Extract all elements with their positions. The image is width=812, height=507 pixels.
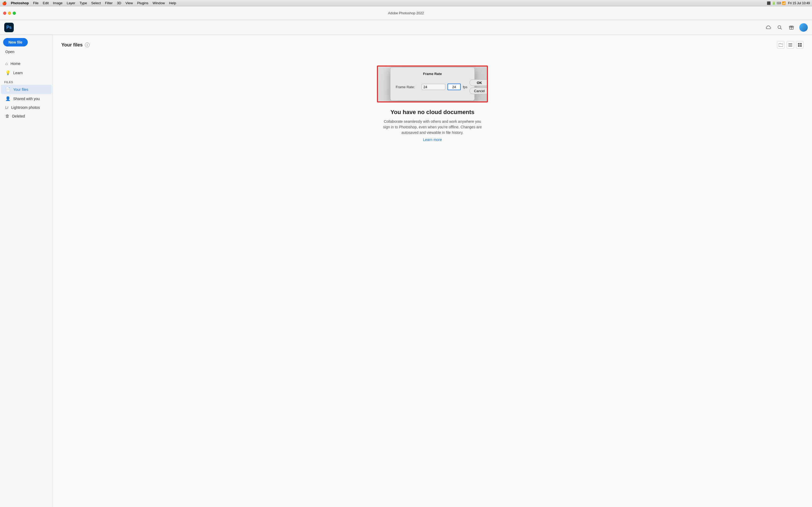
dialog-title: Frame Rate	[396, 72, 469, 76]
apple-menu[interactable]: 🍎	[2, 1, 7, 5]
shared-icon: 👤	[5, 96, 11, 101]
menu-window[interactable]: Window	[153, 1, 165, 5]
maximize-button[interactable]	[13, 12, 16, 15]
toolbar-right	[764, 23, 808, 32]
svg-rect-6	[789, 45, 792, 45]
window-titlebar: Adobe Photoshop 2022	[0, 6, 812, 20]
page-title: Your files	[61, 42, 83, 48]
svg-rect-5	[789, 43, 792, 44]
sidebar-item-lightroom-label: Lightroom photos	[11, 105, 40, 110]
menu-filter[interactable]: Filter	[105, 1, 113, 5]
traffic-lights	[3, 12, 16, 15]
content-header: Your files i	[61, 41, 804, 49]
dialog-content-row: Frame Rate: 24 25 30 50 60 fps OK Canc	[396, 79, 469, 94]
sidebar-item-deleted[interactable]: 🗑 Deleted	[1, 112, 52, 121]
frame-rate-label: Frame Rate:	[396, 85, 419, 89]
svg-rect-10	[798, 45, 800, 47]
app-layout: New file Open ⌂ Home 💡 Learn FILES 📄 You…	[0, 35, 812, 507]
window-title: Adobe Photoshop 2022	[388, 11, 424, 15]
ps-logo: Ps	[4, 23, 14, 32]
menubar-right: ⬛ 🔋 ⌨ 📶 Fri 15 Jul 10:49	[767, 1, 810, 5]
menu-help[interactable]: Help	[169, 1, 176, 5]
folder-view-button[interactable]	[777, 41, 784, 49]
main-content: Your files i	[53, 35, 812, 507]
sidebar-item-deleted-label: Deleted	[12, 114, 25, 118]
sidebar-item-lightroom[interactable]: Lr Lightroom photos	[1, 103, 52, 112]
frame-rate-dialog: Frame Rate Frame Rate: 24 25 30 50 60 fp…	[390, 67, 475, 101]
info-icon[interactable]: i	[85, 43, 90, 47]
mac-menubar: 🍎 Photoshop File Edit Image Layer Type S…	[0, 0, 812, 6]
sidebar-item-learn[interactable]: 💡 Learn	[1, 68, 52, 77]
sidebar-item-your-files[interactable]: 📄 Your files	[1, 85, 52, 94]
menubar-icons: ⬛ 🔋 ⌨ 📶	[767, 1, 786, 5]
sidebar: New file Open ⌂ Home 💡 Learn FILES 📄 You…	[0, 35, 53, 507]
svg-rect-8	[798, 43, 800, 45]
sidebar-item-learn-label: Learn	[13, 71, 23, 75]
menu-select[interactable]: Select	[91, 1, 101, 5]
ok-button[interactable]: OK	[469, 79, 488, 86]
learn-more-link[interactable]: Learn more	[423, 137, 442, 142]
open-button[interactable]: Open	[3, 49, 16, 55]
dialog-container: Frame Rate Frame Rate: 24 25 30 50 60 fp…	[377, 65, 488, 103]
svg-rect-9	[800, 43, 802, 45]
empty-state-description: Collaborate seamlessly with others and w…	[382, 119, 483, 135]
grid-view-button[interactable]	[796, 41, 804, 49]
sidebar-item-shared-label: Shared with you	[13, 97, 40, 101]
frame-rate-unit: fps	[463, 85, 467, 89]
content-title-group: Your files i	[61, 42, 90, 48]
svg-line-1	[780, 28, 782, 29]
empty-state-title: You have no cloud documents	[391, 109, 474, 116]
your-files-icon: 📄	[5, 87, 11, 92]
menu-plugins[interactable]: Plugins	[137, 1, 149, 5]
minimize-button[interactable]	[8, 12, 11, 15]
learn-icon: 💡	[5, 70, 11, 75]
gift-icon[interactable]	[788, 24, 795, 31]
deleted-icon: 🗑	[5, 114, 9, 119]
close-button[interactable]	[3, 12, 6, 15]
app-menu-photoshop[interactable]: Photoshop	[11, 1, 29, 5]
sidebar-item-shared[interactable]: 👤 Shared with you	[1, 94, 52, 103]
user-avatar[interactable]	[799, 23, 808, 32]
menu-file[interactable]: File	[33, 1, 39, 5]
home-icon: ⌂	[5, 61, 8, 66]
view-controls	[777, 41, 804, 49]
system-clock: Fri 15 Jul 10:49	[788, 1, 810, 5]
svg-rect-7	[789, 46, 792, 47]
new-file-button[interactable]: New file	[3, 38, 28, 47]
sidebar-item-home-label: Home	[11, 61, 20, 66]
sidebar-item-your-files-label: Your files	[13, 88, 28, 92]
sidebar-item-home[interactable]: ⌂ Home	[1, 59, 52, 68]
menu-image[interactable]: Image	[53, 1, 62, 5]
files-section-label: FILES	[0, 77, 53, 85]
svg-rect-11	[800, 45, 802, 47]
search-icon[interactable]	[776, 24, 783, 31]
menu-edit[interactable]: Edit	[43, 1, 49, 5]
cancel-button[interactable]: Cancel	[469, 88, 488, 94]
menu-3d[interactable]: 3D	[117, 1, 121, 5]
menu-layer[interactable]: Layer	[67, 1, 75, 5]
menu-view[interactable]: View	[125, 1, 133, 5]
app-toolbar: Ps	[0, 20, 812, 35]
dialog-buttons: OK Cancel	[469, 79, 488, 94]
cloud-icon[interactable]	[764, 24, 772, 31]
menu-type[interactable]: Type	[80, 1, 87, 5]
frame-rate-input[interactable]	[448, 83, 461, 90]
frame-rate-select[interactable]: 24 25 30 50 60	[421, 84, 445, 90]
list-view-button[interactable]	[786, 41, 794, 49]
lightroom-icon: Lr	[5, 105, 8, 110]
empty-state-area: Frame Rate Frame Rate: 24 25 30 50 60 fp…	[61, 55, 804, 142]
